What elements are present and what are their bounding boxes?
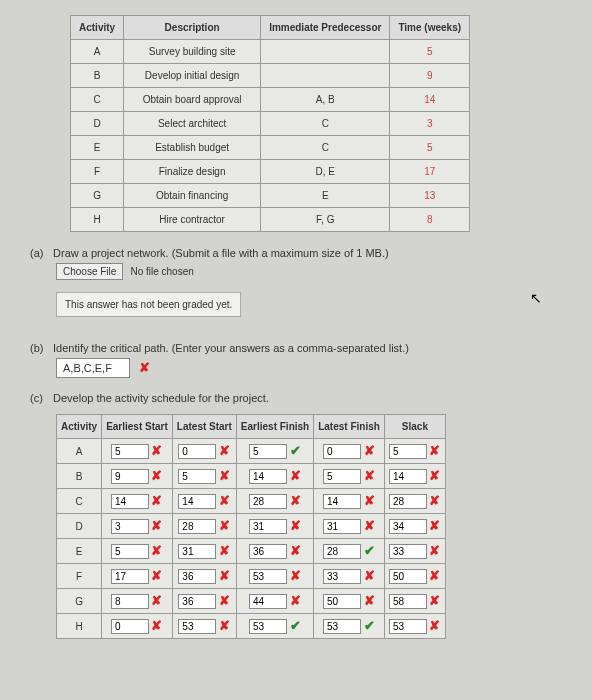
cell-slack-input[interactable] bbox=[389, 594, 427, 609]
cell-lf-input[interactable] bbox=[323, 569, 361, 584]
cell-ls: ✘ bbox=[172, 464, 236, 489]
cell-time: 17 bbox=[390, 160, 470, 184]
cell-ef-input[interactable] bbox=[249, 494, 287, 509]
part-a-text: Draw a project network. (Submit a file w… bbox=[53, 247, 389, 259]
schedule-row: H✘✘✔✔✘ bbox=[57, 614, 446, 639]
cell-es-input[interactable] bbox=[111, 619, 149, 634]
cell-lf-input[interactable] bbox=[323, 444, 361, 459]
sch-col-es: Earliest Start bbox=[102, 415, 173, 439]
cell-activity: E bbox=[57, 539, 102, 564]
wrong-icon: ✘ bbox=[363, 518, 375, 533]
cell-slack: ✘ bbox=[384, 589, 445, 614]
cell-slack-input[interactable] bbox=[389, 569, 427, 584]
cell-description: Develop initial design bbox=[124, 64, 261, 88]
wrong-icon: ✘ bbox=[139, 360, 150, 375]
cell-lf: ✘ bbox=[314, 439, 385, 464]
cell-ef-input[interactable] bbox=[249, 519, 287, 534]
cell-slack: ✘ bbox=[384, 564, 445, 589]
cell-ls-input[interactable] bbox=[178, 469, 216, 484]
cell-es-input[interactable] bbox=[111, 469, 149, 484]
cell-slack-input[interactable] bbox=[389, 444, 427, 459]
no-file-chosen: No file chosen bbox=[130, 266, 193, 277]
cell-ls-input[interactable] bbox=[178, 519, 216, 534]
part-c: (c) Develop the activity schedule for th… bbox=[30, 392, 562, 404]
cell-slack-input[interactable] bbox=[389, 494, 427, 509]
wrong-icon: ✘ bbox=[363, 568, 375, 583]
cell-lf-input[interactable] bbox=[323, 519, 361, 534]
cell-lf-input[interactable] bbox=[323, 619, 361, 634]
cell-ls-input[interactable] bbox=[178, 494, 216, 509]
cell-es-input[interactable] bbox=[111, 544, 149, 559]
cell-time: 14 bbox=[390, 88, 470, 112]
cell-description: Hire contractor bbox=[124, 208, 261, 232]
cell-ef: ✘ bbox=[236, 489, 313, 514]
cell-lf-input[interactable] bbox=[323, 544, 361, 559]
cell-ef-input[interactable] bbox=[249, 619, 287, 634]
wrong-icon: ✘ bbox=[151, 443, 163, 458]
cell-es-input[interactable] bbox=[111, 594, 149, 609]
cell-ls: ✘ bbox=[172, 564, 236, 589]
cell-activity: B bbox=[71, 64, 124, 88]
cell-slack-input[interactable] bbox=[389, 519, 427, 534]
cell-ls-input[interactable] bbox=[178, 444, 216, 459]
cell-ef-input[interactable] bbox=[249, 594, 287, 609]
cell-slack-input[interactable] bbox=[389, 619, 427, 634]
wrong-icon: ✘ bbox=[363, 593, 375, 608]
cell-ef-input[interactable] bbox=[249, 569, 287, 584]
check-icon: ✔ bbox=[289, 443, 301, 458]
sch-col-ls: Latest Start bbox=[172, 415, 236, 439]
wrong-icon: ✘ bbox=[218, 618, 230, 633]
cell-es-input[interactable] bbox=[111, 519, 149, 534]
wrong-icon: ✘ bbox=[151, 518, 163, 533]
cell-lf-input[interactable] bbox=[323, 494, 361, 509]
cell-ls-input[interactable] bbox=[178, 594, 216, 609]
part-b-text: Identify the critical path. (Enter your … bbox=[53, 342, 409, 354]
table-row: FFinalize designD, E17 bbox=[71, 160, 470, 184]
critical-path-answer[interactable]: A,B,C,E,F bbox=[56, 358, 130, 378]
cell-slack: ✘ bbox=[384, 439, 445, 464]
cell-es: ✘ bbox=[102, 564, 173, 589]
cell-ef: ✘ bbox=[236, 514, 313, 539]
check-icon: ✔ bbox=[363, 543, 375, 558]
wrong-icon: ✘ bbox=[151, 568, 163, 583]
table-row: EEstablish budgetC5 bbox=[71, 136, 470, 160]
wrong-icon: ✘ bbox=[429, 493, 441, 508]
sch-col-slack: Slack bbox=[384, 415, 445, 439]
cell-ls-input[interactable] bbox=[178, 619, 216, 634]
cell-activity: A bbox=[57, 439, 102, 464]
cell-lf-input[interactable] bbox=[323, 469, 361, 484]
part-b-label: (b) bbox=[30, 342, 50, 354]
cell-activity: D bbox=[57, 514, 102, 539]
cell-ef-input[interactable] bbox=[249, 544, 287, 559]
cell-activity: C bbox=[71, 88, 124, 112]
cell-lf-input[interactable] bbox=[323, 594, 361, 609]
sch-col-activity: Activity bbox=[57, 415, 102, 439]
wrong-icon: ✘ bbox=[363, 493, 375, 508]
choose-file-button[interactable]: Choose File bbox=[56, 263, 123, 280]
col-predecessor: Immediate Predecessor bbox=[261, 16, 390, 40]
cell-ls-input[interactable] bbox=[178, 569, 216, 584]
cell-slack: ✘ bbox=[384, 464, 445, 489]
cell-ef-input[interactable] bbox=[249, 444, 287, 459]
cell-es-input[interactable] bbox=[111, 569, 149, 584]
wrong-icon: ✘ bbox=[218, 493, 230, 508]
check-icon: ✔ bbox=[363, 618, 375, 633]
cell-slack-input[interactable] bbox=[389, 469, 427, 484]
cell-description: Select architect bbox=[124, 112, 261, 136]
cell-ef-input[interactable] bbox=[249, 469, 287, 484]
cell-es: ✘ bbox=[102, 539, 173, 564]
cell-es-input[interactable] bbox=[111, 444, 149, 459]
cell-ls-input[interactable] bbox=[178, 544, 216, 559]
part-a: (a) Draw a project network. (Submit a fi… bbox=[30, 247, 562, 332]
table-row: BDevelop initial design9 bbox=[71, 64, 470, 88]
col-description: Description bbox=[124, 16, 261, 40]
cell-es-input[interactable] bbox=[111, 494, 149, 509]
wrong-icon: ✘ bbox=[218, 543, 230, 558]
wrong-icon: ✘ bbox=[289, 543, 301, 558]
cell-time: 13 bbox=[390, 184, 470, 208]
wrong-icon: ✘ bbox=[429, 543, 441, 558]
schedule-row: C✘✘✘✘✘ bbox=[57, 489, 446, 514]
wrong-icon: ✘ bbox=[429, 518, 441, 533]
cell-slack-input[interactable] bbox=[389, 544, 427, 559]
wrong-icon: ✘ bbox=[289, 493, 301, 508]
